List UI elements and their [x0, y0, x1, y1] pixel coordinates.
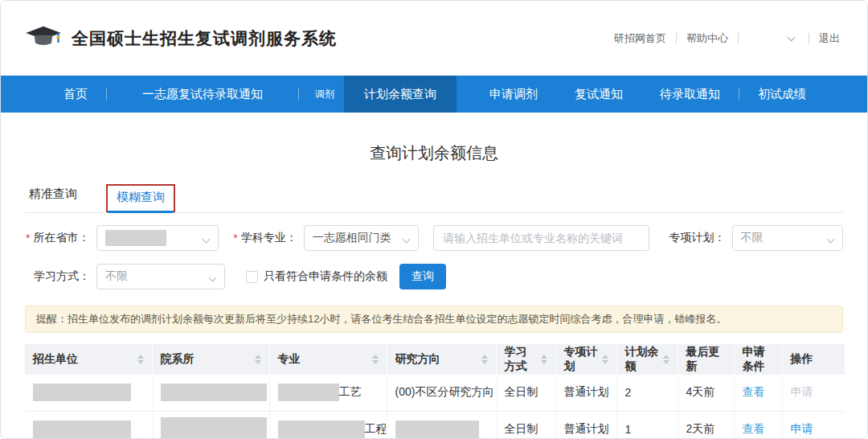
only-eligible-label[interactable]: 只看符合申请条件的余额 [264, 269, 387, 284]
study-mode-select[interactable]: 不限 [96, 264, 225, 289]
study-mode-cell: 全日制 [496, 411, 555, 439]
sort-icon[interactable] [481, 355, 488, 364]
col-header-balance[interactable]: 计划余额 [616, 344, 678, 375]
topbar-link-logout[interactable]: 退出 [816, 31, 843, 46]
department-cell [152, 411, 269, 439]
sort-icon[interactable] [137, 355, 144, 364]
province-label: 所在省市： [34, 231, 90, 245]
chevron-down-icon [827, 236, 835, 244]
red-annotation-box: 模糊查询 [106, 184, 175, 212]
unit-cell [25, 411, 152, 439]
chevron-down-icon [209, 274, 217, 282]
study-mode-cell: 全日制 [496, 375, 555, 411]
apply-link-disabled: 申请 [791, 385, 813, 398]
keyword-input[interactable] [433, 225, 649, 251]
redacted-value [278, 384, 339, 401]
nav-item-pending-admit-notice[interactable]: 待录取通知 [641, 76, 739, 113]
department-cell [152, 375, 269, 411]
query-tabs: 精准查询 模糊查询 [25, 180, 843, 213]
main-nav: 首页 一志愿复试待录取通知 调剂 计划余额查询 申请调剂 复试通知 待录取通知 … [1, 76, 867, 113]
col-header-special-plan[interactable]: 专项计划 [555, 344, 616, 375]
col-header-study-mode[interactable]: 学习方式 [496, 344, 555, 375]
col-header-action: 操作 [782, 344, 845, 375]
apply-link[interactable]: 申请 [791, 422, 813, 435]
divider [809, 33, 809, 43]
updated-cell: 4天前 [678, 375, 734, 411]
nav-item-first-choice-admit-notice[interactable]: 一志愿复试待录取通知 [107, 76, 298, 113]
subject-label: 学科专业： [241, 231, 297, 245]
main-content: 查询计划余额信息 精准查询 模糊查询 * 所在省市： * 学科专业： 一志愿相同… [1, 142, 867, 439]
topbar-link-help[interactable]: 帮助中心 [683, 31, 731, 46]
sort-icon[interactable] [255, 355, 261, 364]
table-header-row: 招生单位 院系所 专业 研究方向 学习方式 专项计划 计划余额 最后更新 申请条… [25, 344, 845, 375]
nav-item-initial-exam-score[interactable]: 初试成绩 [739, 76, 825, 113]
balance-cell: 1 [616, 411, 678, 439]
redacted-value [161, 417, 267, 439]
view-condition-link[interactable]: 查看 [743, 385, 765, 398]
balance-cell: 2 [616, 375, 678, 411]
nav-item-home[interactable]: 首页 [45, 76, 106, 113]
filter-row-2: * 学习方式： 不限 只看符合申请条件的余额 查询 [25, 264, 843, 289]
sort-icon[interactable] [602, 355, 608, 364]
page-title: 查询计划余额信息 [25, 142, 843, 164]
province-select[interactable] [96, 225, 219, 251]
chevron-down-icon [203, 236, 211, 244]
required-mark: * [232, 232, 239, 244]
nav-item-apply-tiaoji[interactable]: 申请调剂 [471, 76, 556, 113]
plan-balance-table: 招生单位 院系所 专业 研究方向 学习方式 专项计划 计划余额 最后更新 申请条… [25, 344, 845, 439]
username-redacted [745, 32, 787, 45]
graduation-cap-logo-icon [25, 24, 62, 53]
redacted-value [105, 230, 166, 246]
unit-cell [25, 375, 152, 411]
topbar-link-home[interactable]: 研招网首页 [611, 31, 669, 46]
major-cell: 工程 [269, 411, 387, 439]
notice-banner: 提醒：招生单位发布的调剂计划余额每次更新后将至少持续12小时，请各位考生结合各招… [25, 306, 843, 333]
nav-section-tiaoji: 调剂 [299, 76, 344, 113]
divider [738, 33, 739, 43]
subject-select[interactable]: 一志愿相同门类 [304, 225, 419, 251]
special-plan-cell: 普通计划 [555, 411, 616, 439]
redacted-value [33, 421, 131, 438]
redacted-value [395, 421, 479, 438]
updated-cell: 2天前 [678, 411, 734, 439]
tab-precise-query[interactable]: 精准查询 [27, 187, 79, 212]
redacted-value [161, 384, 267, 401]
sort-icon[interactable] [663, 355, 669, 364]
chevron-down-icon [402, 236, 410, 244]
direction-cell [387, 411, 496, 439]
sort-icon[interactable] [541, 355, 547, 364]
special-plan-cell: 普通计划 [555, 375, 616, 411]
redacted-value [278, 421, 365, 438]
sort-icon[interactable] [372, 355, 379, 364]
only-eligible-checkbox[interactable] [246, 271, 258, 283]
table-row: 工程 全日制 普通计划 1 2天前 查看 申请 [25, 411, 845, 439]
chevron-down-icon[interactable] [788, 33, 796, 41]
nav-item-plan-balance-query[interactable]: 计划余额查询 [344, 76, 457, 113]
active-tab-underline [108, 211, 174, 213]
tab-fuzzy-query[interactable]: 模糊查询 [106, 184, 175, 212]
topbar: 研招网首页 帮助中心 退出 [611, 31, 843, 46]
major-cell: 工艺 [269, 375, 387, 411]
nav-item-retest-notice[interactable]: 复试通知 [556, 76, 641, 113]
direction-cell: (00)不区分研究方向 [387, 375, 496, 411]
filter-row-1: * 所在省市： * 学科专业： 一志愿相同门类 专项计划： 不限 [25, 225, 843, 251]
required-mark: * [25, 232, 31, 244]
header: 全国硕士生招生复试调剂服务系统 研招网首页 帮助中心 退出 [1, 1, 867, 76]
special-plan-select[interactable]: 不限 [732, 225, 843, 251]
col-header-department[interactable]: 院系所 [152, 344, 269, 375]
col-header-condition: 申请条件 [734, 344, 782, 375]
col-header-unit[interactable]: 招生单位 [25, 344, 152, 375]
redacted-value [33, 384, 131, 401]
col-header-updated: 最后更新 [678, 344, 734, 375]
app-title: 全国硕士生招生复试调剂服务系统 [72, 27, 337, 50]
app-window: 全国硕士生招生复试调剂服务系统 研招网首页 帮助中心 退出 首页 一志愿复试待录… [0, 0, 868, 439]
col-header-major[interactable]: 专业 [269, 344, 387, 375]
search-button[interactable]: 查询 [399, 264, 446, 289]
study-mode-label: 学习方式： [34, 269, 90, 284]
table-row: 工艺 (00)不区分研究方向 全日制 普通计划 2 4天前 查看 申请 [25, 375, 845, 411]
col-header-direction[interactable]: 研究方向 [387, 344, 496, 375]
special-plan-label: 专项计划： [669, 231, 726, 245]
divider [676, 33, 677, 43]
view-condition-link[interactable]: 查看 [743, 422, 765, 435]
